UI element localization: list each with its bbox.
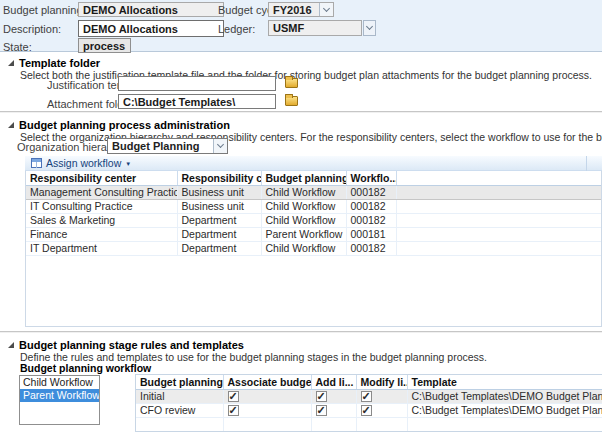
chevron-down-icon[interactable]: [319, 3, 333, 16]
expand-collapse-icon: [8, 122, 14, 128]
table-row[interactable]: Initial C:\Budget Templates\DEMO Budget …: [136, 389, 602, 403]
template-path: C:\Budget Templates\DEMO Budget Plans in…: [407, 403, 602, 417]
section-divider: [0, 331, 602, 333]
organization-hierarchy-value: Budget Planning: [108, 139, 213, 153]
list-item[interactable]: Parent Workflow: [20, 389, 99, 402]
column-header[interactable]: Responsibility cent...: [177, 171, 261, 185]
associate-budget-checkbox[interactable]: [228, 391, 239, 402]
stage-rules-grid: Budget planning ... Associate budget ...…: [135, 374, 602, 432]
assign-workflow-button[interactable]: Assign workflow ▼: [25, 156, 137, 170]
budget-planning-workflow-label: Budget planning workflow: [20, 362, 151, 374]
ledger-dropdown-button[interactable]: [363, 20, 376, 36]
table-row[interactable]: IT Department Department Child Workflow …: [26, 241, 601, 255]
budget-planning-process-value: DEMO Allocations: [83, 4, 178, 16]
expand-collapse-icon: [8, 60, 14, 66]
table-row[interactable]: Finance Department Parent Workflow 00018…: [26, 227, 601, 241]
template-path: C:\Budget Templates\DEMO Budget Plans in…: [407, 389, 602, 403]
table-row[interactable]: Sales & Marketing Department Child Workf…: [26, 213, 601, 227]
table-row[interactable]: Management Consulting Practice Business …: [26, 185, 601, 199]
state-value: process: [83, 40, 125, 52]
budget-cycle-value: FY2016: [269, 3, 319, 16]
column-header[interactable]: Responsibility center: [26, 171, 177, 185]
modify-lines-checkbox[interactable]: [361, 391, 372, 402]
section-divider: [0, 111, 602, 113]
stage-rules-title: Budget planning stage rules and template…: [19, 339, 244, 351]
grid-header-row: Responsibility center Responsibility cen…: [26, 171, 601, 185]
column-header[interactable]: Modify li...: [356, 375, 407, 389]
menu-caret-icon: ▼: [125, 161, 131, 167]
workflow-listbox: Child Workflow Parent Workflow: [19, 375, 100, 425]
process-header-panel: Budget planning process: DEMO Allocation…: [0, 0, 602, 52]
expand-collapse-icon: [8, 342, 14, 348]
justification-template-input[interactable]: [118, 76, 276, 91]
template-folder-title: Template folder: [19, 57, 100, 69]
responsibility-center-grid: Responsibility center Responsibility cen…: [25, 171, 602, 327]
ledger-field[interactable]: USMF: [268, 20, 362, 36]
assign-workflow-icon: [31, 158, 42, 168]
table-row[interactable]: CFO review C:\Budget Templates\DEMO Budg…: [136, 403, 602, 417]
chevron-down-icon[interactable]: [213, 139, 227, 153]
column-header[interactable]: Workflo...: [346, 171, 396, 185]
budget-planning-process-window: Budget planning process: DEMO Allocation…: [0, 0, 602, 432]
column-header[interactable]: Template: [407, 375, 602, 389]
budget-cycle-combobox[interactable]: FY2016: [268, 2, 334, 17]
modify-lines-checkbox[interactable]: [361, 405, 372, 416]
description-field[interactable]: DEMO Allocations: [78, 20, 224, 37]
ledger-value: USMF: [273, 22, 304, 34]
column-header: [396, 171, 601, 185]
stage-link[interactable]: CFO review: [136, 403, 223, 417]
toolbar-divider: [586, 156, 587, 171]
stage-rules-section-header[interactable]: Budget planning stage rules and template…: [8, 339, 244, 351]
column-header[interactable]: Associate budget ...: [223, 375, 311, 389]
column-header[interactable]: Budget planning ...: [136, 375, 223, 389]
grid-toolbar: Assign workflow ▼: [25, 156, 602, 171]
table-row[interactable]: IT Consulting Practice Business unit Chi…: [26, 199, 601, 213]
column-header[interactable]: Add li...: [311, 375, 356, 389]
add-lines-checkbox[interactable]: [316, 405, 327, 416]
ledger-label: Ledger:: [218, 23, 255, 35]
budget-planning-process-field[interactable]: DEMO Allocations: [78, 2, 224, 17]
stage-link[interactable]: Initial: [136, 389, 223, 403]
column-header[interactable]: Budget planning wor...: [261, 171, 346, 185]
description-label: Description:: [3, 23, 61, 35]
table-row[interactable]: [136, 417, 602, 431]
list-item[interactable]: Child Workflow: [20, 376, 99, 389]
folder-browse-icon[interactable]: [285, 78, 298, 88]
folder-browse-icon[interactable]: [285, 96, 298, 106]
state-label: State:: [3, 41, 32, 53]
attachment-folder-input[interactable]: C:\Budget Templates\: [118, 94, 276, 109]
description-value: DEMO Allocations: [83, 23, 178, 35]
add-lines-checkbox[interactable]: [316, 391, 327, 402]
organization-hierarchy-combobox[interactable]: Budget Planning: [107, 138, 228, 154]
state-field: process: [78, 38, 131, 53]
grid-header-row: Budget planning ... Associate budget ...…: [136, 375, 602, 389]
template-folder-section-header[interactable]: Template folder: [8, 57, 100, 69]
process-administration-section-header[interactable]: Budget planning process administration: [8, 119, 230, 131]
associate-budget-checkbox[interactable]: [228, 405, 239, 416]
process-administration-title: Budget planning process administration: [19, 119, 230, 131]
assign-workflow-label: Assign workflow: [46, 157, 121, 169]
